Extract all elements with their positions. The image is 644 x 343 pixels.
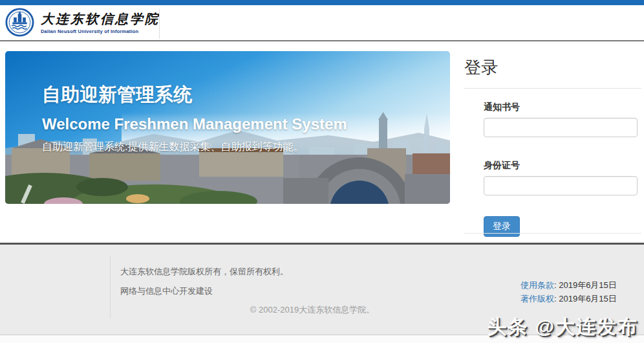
footer-developer-line: 网络与信息中心开发建设 [120, 285, 213, 297]
hero-subtitle: Welcome Freshmen Management System [42, 115, 347, 133]
footer-legal-links: 使用条款: 2019年6月15日 著作版权: 2019年6月15日 [521, 278, 617, 305]
login-heading: 登录 [464, 56, 641, 79]
login-form: 通知书号 身份证号 登录 [464, 102, 641, 237]
site-header: 大连东软信息学院 Dalian Neusoft University of In… [0, 5, 644, 40]
login-panel: 登录 通知书号 身份证号 登录 [464, 51, 641, 237]
hero-banner: 自助迎新管理系统 Welcome Freshmen Management Sys… [5, 51, 450, 204]
notice-number-label: 通知书号 [484, 102, 641, 113]
toutiao-watermark: 头条 @大连发布 [487, 314, 638, 340]
header-rule [0, 40, 644, 41]
university-emblem-icon [5, 8, 34, 37]
hero-title: 自助迎新管理系统 [42, 82, 347, 108]
id-number-label: 身份证号 [484, 160, 641, 172]
terms-link[interactable]: 使用条款 [521, 280, 554, 290]
logo-text: 大连东软信息学院 Dalian Neusoft University of In… [41, 10, 160, 34]
university-name-en: Dalian Neusoft University of Information [41, 28, 160, 34]
university-logo[interactable]: 大连东软信息学院 Dalian Neusoft University of In… [5, 8, 160, 37]
login-heading-divider [464, 88, 641, 89]
terms-row: 使用条款: 2019年6月15日 [521, 278, 617, 292]
id-number-group: 身份证号 [484, 160, 641, 195]
copyright-link[interactable]: 著作版权 [521, 294, 554, 304]
copyright-row: 著作版权: 2019年6月15日 [521, 292, 617, 305]
copyright-date: : 2019年6月15日 [554, 294, 617, 304]
university-name-cn: 大连东软信息学院 [41, 10, 160, 28]
hero-text: 自助迎新管理系统 Welcome Freshmen Management Sys… [42, 82, 347, 154]
hero-description: 自助迎新管理系统:提供新生数据采集、自助报到等功能。 [42, 140, 347, 154]
footer-copyright-line: 大连东软信息学院版权所有，保留所有权利。 [120, 266, 288, 278]
id-number-input[interactable] [484, 176, 638, 195]
top-accent-bar [0, 0, 644, 5]
login-button[interactable]: 登录 [484, 216, 520, 237]
login-bottom-divider [464, 233, 641, 234]
notice-number-input[interactable] [484, 118, 638, 137]
header-divider [159, 9, 160, 39]
terms-date: : 2019年6月15日 [554, 280, 617, 290]
notice-number-group: 通知书号 [484, 102, 641, 137]
